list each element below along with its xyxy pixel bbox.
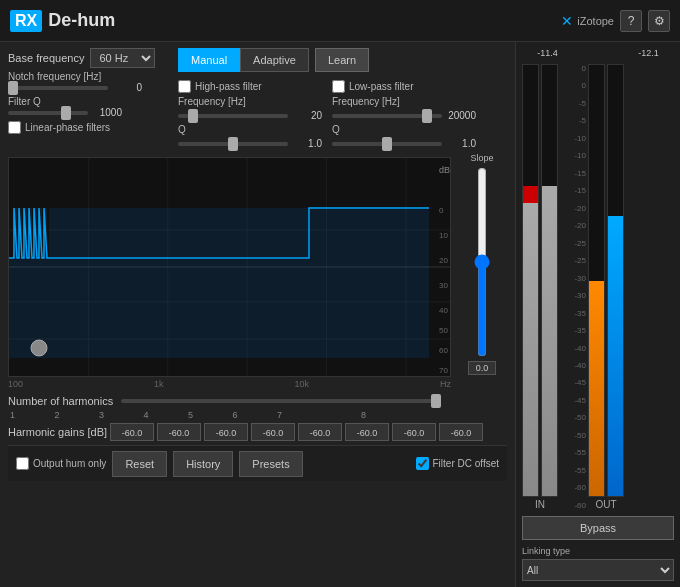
- notch-frequency-section: Notch frequency [Hz] 0: [8, 71, 168, 93]
- highpass-filter-section: High-pass filter Frequency [Hz] 20 Q 1.0: [178, 80, 322, 149]
- filter-q-section: Filter Q 1000: [8, 96, 168, 118]
- history-button[interactable]: History: [173, 451, 233, 477]
- base-frequency-label: Base frequency: [8, 52, 84, 64]
- eq-display: dB 0 10 20 30 40 50 60 70: [8, 157, 451, 377]
- filter-dc-checkbox-label[interactable]: Filter DC offset: [416, 457, 500, 470]
- gain-2: -60.0: [157, 423, 201, 441]
- harmonic-num-3: 3: [99, 410, 144, 420]
- out-label: OUT: [595, 499, 616, 510]
- highpass-checkbox[interactable]: [178, 80, 191, 93]
- notch-frequency-value: 0: [112, 82, 142, 93]
- gain-7: -60.0: [392, 423, 436, 441]
- bypass-button[interactable]: Bypass: [522, 516, 674, 540]
- highpass-freq-slider[interactable]: [178, 114, 288, 118]
- svg-text:60: 60: [439, 346, 448, 355]
- svg-text:40: 40: [439, 306, 448, 315]
- harmonic-num-5: 5: [188, 410, 233, 420]
- linear-phase-checkbox-label[interactable]: Linear-phase filters: [8, 121, 168, 134]
- plugin-name: De-hum: [48, 10, 115, 31]
- lowpass-freq-value: 20000: [446, 110, 476, 121]
- base-frequency-row: Base frequency 60 Hz 50 Hz 120 Hz: [8, 48, 168, 68]
- presets-button[interactable]: Presets: [239, 451, 302, 477]
- izotope-logo: ✕ iZotope: [561, 13, 614, 29]
- harmonic-num-8: 8: [322, 410, 367, 420]
- linking-select[interactable]: All None Custom: [522, 559, 674, 581]
- svg-text:70: 70: [439, 366, 448, 375]
- mode-adaptive-button[interactable]: Adaptive: [240, 48, 309, 72]
- lowpass-checkbox-label[interactable]: Low-pass filter: [332, 80, 476, 93]
- svg-text:30: 30: [439, 281, 448, 290]
- harmonic-num-2: 2: [55, 410, 100, 420]
- right-panel: -11.4 -12.1 IN: [515, 42, 680, 587]
- harmonic-gains: -60.0 -60.0 -60.0 -60.0 -60.0 -60.0 -60.…: [110, 423, 483, 441]
- highpass-checkbox-label[interactable]: High-pass filter: [178, 80, 322, 93]
- in-top-value: -11.4: [537, 48, 558, 58]
- highpass-freq-value: 20: [292, 110, 322, 121]
- highpass-q-value: 1.0: [292, 138, 322, 149]
- db-scale: 0 0 -5 -5 -10 -10 -15 -15 -20 -20 -25 -2…: [560, 64, 586, 510]
- highpass-q-slider[interactable]: [178, 142, 288, 146]
- in-meter-group: IN: [522, 64, 558, 510]
- output-hum-checkbox[interactable]: [16, 457, 29, 470]
- out-meter-group: OUT: [588, 64, 624, 510]
- highpass-q-label: Q: [178, 124, 322, 135]
- harmonics-section: Number of harmonics 1 2 3 4 5 6 7 8 Harm…: [8, 395, 507, 441]
- svg-text:0: 0: [439, 206, 444, 215]
- settings-button[interactable]: ⚙: [648, 10, 670, 32]
- gain-6: -60.0: [345, 423, 389, 441]
- slope-label: Slope: [470, 153, 493, 163]
- out-meter-left: [588, 64, 605, 497]
- svg-text:dB: dB: [439, 165, 450, 175]
- eq-graph: dB 0 10 20 30 40 50 60 70: [9, 158, 450, 376]
- in-meter-right: [541, 64, 558, 497]
- mode-manual-button[interactable]: Manual: [178, 48, 240, 72]
- lowpass-filter-section: Low-pass filter Frequency [Hz] 20000 Q 1…: [332, 80, 476, 149]
- in-meter-left: [522, 64, 539, 497]
- slope-slider[interactable]: [472, 167, 492, 357]
- out-top-value: -12.1: [638, 48, 659, 58]
- lowpass-freq-slider[interactable]: [332, 114, 442, 118]
- help-button[interactable]: ?: [620, 10, 642, 32]
- filter-q-value: 1000: [92, 107, 122, 118]
- slope-section: Slope 0.0: [457, 153, 507, 375]
- notch-frequency-slider[interactable]: [8, 86, 108, 90]
- meters-area: IN 0 0 -5 -5 -10 -10 -15 -15 -20 -20 -25…: [522, 64, 674, 510]
- out-meter-right: [607, 64, 624, 497]
- hz-10k-label: 10k: [294, 379, 309, 389]
- gain-4: -60.0: [251, 423, 295, 441]
- content: Base frequency 60 Hz 50 Hz 120 Hz Notch …: [0, 42, 680, 587]
- filter-dc-section: Filter DC offset: [416, 457, 500, 470]
- gain-8: -60.0: [439, 423, 483, 441]
- logo-area: RX De-hum: [10, 10, 115, 32]
- header: RX De-hum ✕ iZotope ? ⚙: [0, 0, 680, 42]
- harmonic-num-7: 7: [277, 410, 322, 420]
- svg-text:50: 50: [439, 326, 448, 335]
- harmonic-num-6: 6: [233, 410, 278, 420]
- harmonic-num-4: 4: [144, 410, 189, 420]
- harmonics-slider[interactable]: [121, 399, 441, 403]
- gain-3: -60.0: [204, 423, 248, 441]
- mode-learn-button[interactable]: Learn: [315, 48, 369, 72]
- highpass-freq-label: Frequency [Hz]: [178, 96, 322, 107]
- slope-value: 0.0: [468, 361, 496, 375]
- filter-q-slider[interactable]: [8, 111, 88, 115]
- hz-label: Hz: [440, 379, 451, 389]
- linear-phase-checkbox[interactable]: [8, 121, 21, 134]
- output-hum-checkbox-label[interactable]: Output hum only: [16, 457, 106, 470]
- lowpass-q-slider[interactable]: [332, 142, 442, 146]
- left-panel: Base frequency 60 Hz 50 Hz 120 Hz Notch …: [0, 42, 515, 587]
- svg-text:20: 20: [439, 256, 448, 265]
- lowpass-checkbox[interactable]: [332, 80, 345, 93]
- harmonic-num-1: 1: [10, 410, 55, 420]
- linking-label: Linking type: [522, 546, 674, 556]
- hz-100-label: 100: [8, 379, 23, 389]
- base-frequency-select[interactable]: 60 Hz 50 Hz 120 Hz: [90, 48, 155, 68]
- bottom-bar: Output hum only Reset History Presets Fi…: [8, 445, 507, 481]
- lowpass-freq-label: Frequency [Hz]: [332, 96, 476, 107]
- harmonics-label: Number of harmonics: [8, 395, 113, 407]
- filter-dc-checkbox[interactable]: [416, 457, 429, 470]
- rx-logo: RX: [10, 10, 42, 32]
- filter-sections: High-pass filter Frequency [Hz] 20 Q 1.0: [178, 80, 476, 149]
- hz-1k-label: 1k: [154, 379, 164, 389]
- reset-button[interactable]: Reset: [112, 451, 167, 477]
